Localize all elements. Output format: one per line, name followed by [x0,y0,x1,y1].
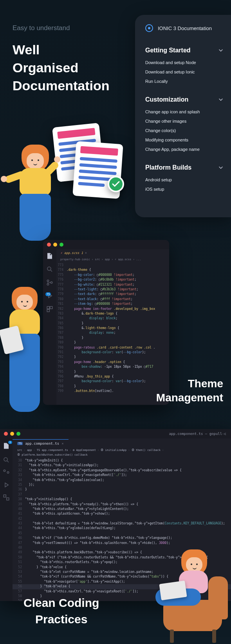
code-line: box-shadow: -1px 18px 50px -15px ▢#717 [67,365,169,369]
tab-close-icon[interactable]: × [61,442,63,445]
doc-link[interactable]: Change color(s) [145,128,231,133]
code-line: &.light-theme-logo { [67,326,169,331]
doc-header: IONIC 3 Documentation [145,24,231,32]
breadcrumb-segment[interactable]: src [17,449,22,452]
line-number: 55 [13,580,25,584]
svg-point-3 [51,282,52,284]
code-line: } [67,336,169,340]
code-line: #Menu .buy_this_app { [67,374,169,379]
headline-line-1: Well [13,41,109,59]
code-line: "tok-y">setTimeout(() => "tok-b">this.sp… [25,541,231,546]
doc-link[interactable]: Run Locally [145,79,231,84]
documentation-panel: IONIC 3 Documentation Getting StartedDow… [135,15,231,217]
typescript-badge-icon: TS [17,442,23,445]
code-line: &.dark-theme-logo { [67,311,169,316]
breadcrumbs[interactable]: src›app›TS app.component.ts›⚙ AppCompone… [13,447,231,458]
extensions-icon[interactable] [3,494,10,501]
line-number: 53 [13,570,25,574]
breadcrumbs[interactable]: property-hub-ionic › src › app › ⚡ app.s… [56,257,169,262]
debug-icon[interactable] [3,481,10,488]
source-control-icon[interactable] [3,469,10,476]
line-number: 774 [56,268,67,272]
heading-line-1: Clean Coding [23,595,99,611]
section-heading-clean-code: Clean Coding Practices [23,595,99,628]
doc-section-header[interactable]: Getting Started [145,47,231,54]
line-number: 40 [13,507,25,512]
line-number: 44 [13,526,25,531]
code-line: "tok-b">if ("tok-b">this.config.demoMode… [25,536,231,540]
code-line: background-color: var(--bg-color); [67,379,169,384]
editor-tab[interactable]: TS app.component.ts × [13,439,69,447]
doc-link[interactable]: Download and setup Ionic [145,70,231,74]
headline: Well Organised Documentation [13,41,109,95]
doc-link[interactable]: Download and setup Node [145,60,231,65]
chevron-down-icon [218,97,223,102]
code-line: --bg-color2: ▢#0c0b0b !important; [67,277,169,282]
line-number: 43 [13,521,25,526]
line-number: 56 [13,584,25,589]
breadcrumb-segment[interactable]: ⦿ then() callback [132,449,161,452]
code-line: display: none; [67,331,169,335]
doc-link[interactable]: Android setup [145,177,231,182]
code-line: } [67,340,169,345]
doc-link[interactable]: Change app icon and splash [145,109,231,114]
line-number: 776 [56,277,67,282]
window-zoom-icon[interactable] [60,243,63,247]
heading-line-1: Theme [156,377,223,391]
breadcrumb-segment[interactable]: app [27,449,32,452]
search-icon[interactable] [46,266,53,273]
doc-link[interactable]: Change App, package name [145,147,231,152]
code-line [25,517,231,521]
breadcrumb-segment[interactable]: ⦿ initializeApp [101,449,126,452]
doc-section-title: Customization [145,96,188,103]
headline-line-2: Organised [13,59,109,77]
svg-point-9 [7,472,9,474]
heading-line-2: Practices [23,611,99,628]
code-line: "tok-b">let defaultLang = "tok-b">window… [25,521,231,526]
window-close-icon[interactable] [47,243,51,247]
search-icon[interactable] [3,456,10,463]
heading-line-2: Management [156,391,223,405]
code-line: --bg-color: ▢#000000 !important; [67,273,169,277]
breadcrumb-segment[interactable]: ⚙ AppComponent [73,449,96,452]
doc-section-header[interactable]: Customization [145,96,231,103]
doc-link[interactable]: Modifying components [145,138,231,142]
code-line: page-home ion-footer .developed_by .img_… [67,307,169,311]
editor-tab[interactable]: ⚡ app.scss 1 × [56,249,91,257]
doc-link[interactable]: Change other images [145,119,231,123]
code-line: .dark-theme { [67,268,169,272]
svg-point-0 [47,267,51,270]
code-line: "tok-b">this.myEvent."tok-y">getLanguage… [25,468,231,473]
window-minimize-icon[interactable] [53,243,57,247]
doc-section-header[interactable]: Platform Builds [145,164,231,171]
code-line: page-home .header .option { [67,360,169,365]
code-line: } [67,321,169,326]
character-illustration-3 [152,547,228,643]
code-line: "tok-b">this."tok-y">globalize(defaultLa… [25,526,231,531]
line-number: 51 [13,560,25,565]
window-zoom-icon[interactable] [16,432,20,436]
files-icon[interactable] [46,252,53,259]
window-minimize-icon[interactable] [10,432,14,436]
tab-close-icon[interactable]: × [85,251,87,255]
line-number: 33 [13,473,25,478]
line-number: 49 [13,550,25,555]
source-control-icon[interactable] [46,279,53,286]
chevron-down-icon [218,48,223,53]
code-line: --text-dark: ▢#ffffff !important; [67,292,169,297]
line-number: 54 [13,574,25,579]
code-line: "tok-b">this."tok-y">initializeApp(); [25,463,231,468]
line-number: 37 [13,492,25,497]
code-content[interactable]: 773774.dark-theme {775 --bg-color: ▢#000… [56,262,169,394]
breadcrumb-segment[interactable]: TS app.component.ts [37,449,68,452]
svg-point-8 [4,470,5,472]
code-line: "tok-b">this.navCtrl."tok-y">navigateRoo… [25,473,231,478]
line-number: 42 [13,517,25,521]
tab-label: app.component.ts [25,442,59,445]
doc-section-title: Platform Builds [145,164,191,171]
breadcrumb-segment[interactable]: ⦿ platform.backButton.subscribe() callba… [17,453,88,456]
code-line: "tok-b">this.splashScreen."tok-y">show()… [25,512,231,516]
line-number: 50 [13,555,25,560]
doc-link[interactable]: iOS setup [145,187,231,191]
window-close-icon[interactable] [4,432,8,436]
